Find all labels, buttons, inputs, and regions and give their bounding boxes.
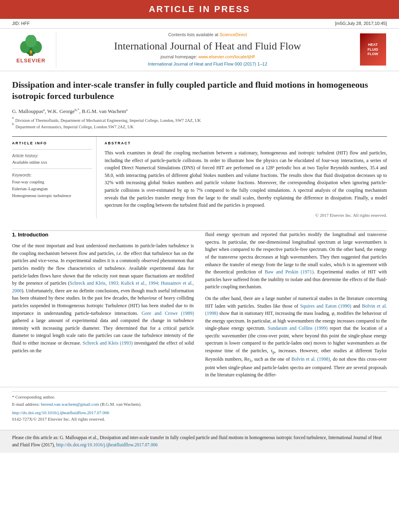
keyword-3: Homogeneous isotropic turbulence — [12, 193, 92, 199]
authors-line: G. Mallouppasa, W.K. Georgeb,*, B.G.M. v… — [12, 108, 387, 115]
thumb-flow-label: FLOW — [368, 52, 378, 57]
intro-para-right-1: fluid energy spectrum and reported that … — [205, 231, 387, 291]
ref-bolvin-1998[interactable]: Bolvin et al. (1998) — [205, 303, 387, 316]
keywords-list: Four-way coupling Eulerian–Lagrangian Ho… — [12, 179, 92, 199]
sciencedirect-link[interactable]: ScienceDirect — [220, 32, 247, 37]
footnote-section: * Corresponding author. E-mail address: … — [0, 387, 399, 426]
affiliation-a: a Division of Thermofluids, Department o… — [12, 117, 387, 124]
abstract-text: This work examines in detail the couplin… — [105, 149, 387, 209]
history-label: Article history: — [12, 153, 92, 159]
journal-main-title: International Journal of Heat and Fluid … — [114, 40, 301, 52]
affiliation-b: b Department of Aeronautics, Imperial Co… — [12, 124, 387, 130]
elsevier-label: ELSEVIER — [16, 57, 45, 64]
cite-doi-link[interactable]: http://dx.doi.org/10.1016/j.ijheatfluidf… — [56, 442, 158, 447]
svg-point-6 — [30, 50, 32, 53]
article-info-abstract: ARTICLE INFO Article history: Available … — [12, 136, 387, 218]
email-link[interactable]: berend.van.wachem@gmail.com — [41, 402, 99, 407]
footnote-divider — [12, 391, 387, 392]
body-content: 1. Introduction One of the most importan… — [0, 231, 399, 383]
thumb-heat-label: HEAT — [368, 43, 378, 47]
sciencedirect-line: Contents lists available at ScienceDirec… — [168, 32, 247, 38]
divider-2 — [12, 168, 92, 169]
intro-para-right-2: On the other hand, there are a large num… — [205, 295, 387, 379]
abstract-col: ABSTRACT This work examines in detail th… — [105, 137, 387, 218]
body-right-col: fluid energy spectrum and reported that … — [205, 231, 387, 383]
article-info-col: ARTICLE INFO Article history: Available … — [12, 137, 97, 218]
article-in-press-banner: ARTICLE IN PRESS — [0, 0, 399, 19]
ref-bolvin-1998b[interactable]: Bolvin et al. (1998) — [291, 356, 330, 362]
issn-text: 0142-727X/© 2017 Elsevier Inc. All right… — [12, 416, 387, 422]
ref-baw-peskin[interactable]: Baw and Peskin (1971) — [265, 269, 313, 275]
journal-doi-link[interactable]: International Journal of Heat and Fluid … — [148, 62, 267, 66]
journal-homepage-link[interactable]: www.elsevier.com/locate/ijhff — [198, 54, 255, 59]
article-info-heading: ARTICLE INFO — [12, 141, 92, 146]
main-content: Dissipation and inter-scale transfer in … — [0, 71, 399, 231]
article-title: Dissipation and inter-scale transfer in … — [12, 79, 387, 102]
meta-row: JID: HFF [m5G;July 28, 2017;10:45] — [0, 19, 399, 28]
journal-doi-line: International Journal of Heat and Fluid … — [148, 61, 267, 67]
journal-thumb-box: HEAT FLUID FLOW — [360, 33, 386, 66]
elsevier-tree-icon — [15, 35, 47, 57]
intro-para-left: One of the most important and least unde… — [12, 242, 194, 354]
doi-link[interactable]: http://dx.doi.org/10.1016/j.ijheatfluidf… — [12, 410, 109, 415]
keywords-label: Keywords: — [12, 172, 92, 178]
elsevier-logo-block: ELSEVIER — [12, 32, 56, 67]
copyright-line: © 2017 Elsevier Inc. All rights reserved… — [105, 212, 387, 218]
intro-section-title: 1. Introduction — [12, 231, 194, 239]
keyword-2: Eulerian–Lagrangian — [12, 186, 92, 193]
journal-header: ELSEVIER Contents lists available at Sci… — [0, 28, 399, 71]
journal-homepage-line: journal homepage: www.elsevier.com/locat… — [160, 54, 255, 60]
body-left-col: 1. Introduction One of the most importan… — [12, 231, 194, 383]
timestamp-label: [m5G;July 28, 2017;10:45] — [335, 21, 387, 27]
corresponding-author-note: * Corresponding author. — [12, 394, 387, 400]
affiliations: a Division of Thermofluids, Department o… — [12, 117, 387, 130]
journal-thumbnail: HEAT FLUID FLOW — [359, 32, 387, 67]
divider-1 — [12, 149, 92, 150]
email-footnote: E-mail address: berend.van.wachem@gmail.… — [12, 401, 387, 407]
keyword-1: Four-way coupling — [12, 179, 92, 186]
ref-schreck-kleis[interactable]: Schreck and Kleis (1993) — [83, 340, 133, 346]
ref-schreck1993[interactable]: Schreck and Kleis, 1993; — [70, 280, 119, 286]
cite-box: Please cite this article as: G. Malloupp… — [0, 430, 399, 453]
ref-gore1989[interactable]: Gore and Crowe (1989) — [142, 310, 194, 316]
ref-squires-eaton[interactable]: Squires and Eaton (1990) — [300, 303, 351, 309]
ref-sundaram-collins[interactable]: Sundaram and Collins (1999) — [268, 325, 328, 331]
svg-point-4 — [25, 35, 37, 47]
abstract-heading: ABSTRACT — [105, 141, 387, 146]
journal-title-block: Contents lists available at ScienceDirec… — [62, 32, 353, 67]
thumb-fluid-label: FLUID — [368, 47, 378, 52]
available-online: Available online xxx — [12, 160, 92, 166]
jid-label: JID: HFF — [12, 21, 30, 27]
